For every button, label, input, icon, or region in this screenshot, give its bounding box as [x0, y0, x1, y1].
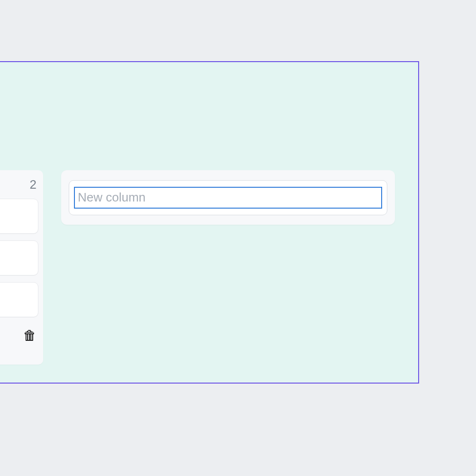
column-footer: 🗑 [0, 324, 43, 348]
board-canvas: 2 🗑 [0, 61, 419, 384]
column-header: 2 [0, 170, 43, 199]
kanban-card[interactable] [0, 199, 38, 234]
column-card-count: 2 [30, 177, 37, 192]
new-column-input[interactable] [74, 187, 382, 209]
kanban-column: 2 🗑 [0, 170, 43, 365]
trash-icon[interactable]: 🗑 [23, 329, 37, 342]
new-column-panel [61, 170, 395, 225]
kanban-card[interactable] [0, 240, 38, 275]
kanban-card[interactable] [0, 282, 38, 317]
new-column-input-wrapper [69, 180, 387, 215]
